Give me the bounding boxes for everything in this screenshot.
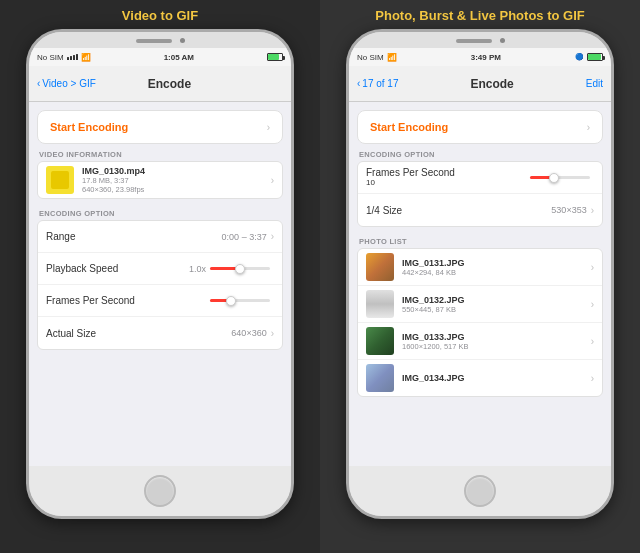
photo-thumbnail-3 <box>366 327 394 355</box>
fps-row-left[interactable]: Frames Per Second <box>38 285 282 317</box>
battery-icon <box>267 53 283 61</box>
range-value: 0:00 – 3:37 <box>222 232 267 242</box>
range-row[interactable]: Range 0:00 – 3:37 › <box>38 221 282 253</box>
phone-speaker <box>136 39 172 43</box>
size-label-left: Actual Size <box>46 328 231 339</box>
range-label: Range <box>46 231 222 242</box>
signal-bars <box>67 54 78 60</box>
left-panel: Video to GIF No SIM 📶 1:05 AM <box>0 0 320 553</box>
right-phone: No SIM 📶 3:49 PM 🔵 ‹ 17 of 17 Encode Edi… <box>346 29 614 519</box>
chevron-right-icon: › <box>591 373 594 384</box>
encode-button-left[interactable]: Start Encoding › <box>37 110 283 144</box>
fps-slider-left[interactable] <box>210 299 270 302</box>
phone-camera-right <box>500 38 505 43</box>
right-panel: Photo, Burst & Live Photos to GIF No SIM… <box>320 0 640 553</box>
photo-thumbnail-2 <box>366 290 394 318</box>
nav-title-right: Encode <box>470 77 513 91</box>
chevron-right-icon: › <box>271 175 274 186</box>
photo-list: IMG_0131.JPG 442×294, 84 KB › IMG_0132.J… <box>357 248 603 397</box>
video-size: 17.8 MB, 3:37 <box>82 176 271 185</box>
size-value-right: 530×353 <box>551 205 586 215</box>
chevron-right-icon: › <box>267 122 270 133</box>
status-bar: No SIM 📶 1:05 AM <box>29 48 291 66</box>
phone-content-left: Start Encoding › VIDEO INFORMATION IMG_0… <box>29 102 291 466</box>
photo-meta-2: 550×445, 87 KB <box>402 305 591 314</box>
video-section-label: VIDEO INFORMATION <box>29 144 291 161</box>
size-row-left[interactable]: Actual Size 640×360 › <box>38 317 282 349</box>
chevron-right-icon: › <box>591 299 594 310</box>
chevron-right-icon: › <box>587 122 590 133</box>
home-button-right[interactable] <box>464 475 496 507</box>
nav-back-left[interactable]: ‹ Video > GIF <box>37 78 96 89</box>
fps-slider-right[interactable] <box>530 176 590 179</box>
encode-button-right[interactable]: Start Encoding › <box>357 110 603 144</box>
nav-title-left: Encode <box>148 77 191 91</box>
left-panel-title: Video to GIF <box>122 8 198 23</box>
video-info-group: IMG_0130.mp4 17.8 MB, 3:37 640×360, 23.9… <box>37 161 283 199</box>
phone-content-right: Start Encoding › ENCODING OPTION Frames … <box>349 102 611 466</box>
time-label: 1:05 AM <box>164 53 194 62</box>
left-phone: No SIM 📶 1:05 AM ‹ Video > GIF <box>26 29 294 519</box>
nav-back-right[interactable]: ‹ 17 of 17 <box>357 78 399 89</box>
photo-filename-2: IMG_0132.JPG <box>402 295 591 305</box>
time-label-right: 3:49 PM <box>471 53 501 62</box>
video-info-row[interactable]: IMG_0130.mp4 17.8 MB, 3:37 640×360, 23.9… <box>38 162 282 198</box>
chevron-right-icon: › <box>591 205 594 216</box>
photo-section-label: PHOTO LIST <box>349 231 611 248</box>
nav-bar-left: ‹ Video > GIF Encode <box>29 66 291 102</box>
playback-speed-value: 1.0x <box>189 264 206 274</box>
playback-speed-label: Playback Speed <box>46 263 189 274</box>
chevron-right-icon: › <box>271 328 274 339</box>
phone-top-bar <box>29 32 291 48</box>
size-label-right: 1/4 Size <box>366 205 551 216</box>
fps-row-right[interactable]: Frames Per Second 10 <box>358 162 602 194</box>
list-item[interactable]: IMG_0133.JPG 1600×1200, 517 KB › <box>358 323 602 360</box>
status-bar-right: No SIM 📶 3:49 PM 🔵 <box>349 48 611 66</box>
photo-filename-3: IMG_0133.JPG <box>402 332 591 342</box>
nav-bar-right: ‹ 17 of 17 Encode Edit <box>349 66 611 102</box>
size-value-left: 640×360 <box>231 328 266 338</box>
photo-meta-1: 442×294, 84 KB <box>402 268 591 277</box>
chevron-right-icon: › <box>591 262 594 273</box>
encoding-options-right: Frames Per Second 10 1/4 Size 530×353 › <box>357 161 603 227</box>
carrier-label-right: No SIM <box>357 53 384 62</box>
phone-top-bar-right <box>349 32 611 48</box>
playback-speed-slider[interactable] <box>210 267 270 270</box>
encoding-options-left: Range 0:00 – 3:37 › Playback Speed 1.0x … <box>37 220 283 350</box>
phone-camera <box>180 38 185 43</box>
size-row-right[interactable]: 1/4 Size 530×353 › <box>358 194 602 226</box>
fps-label-left: Frames Per Second <box>46 295 210 306</box>
list-item[interactable]: IMG_0134.JPG › <box>358 360 602 396</box>
right-panel-title: Photo, Burst & Live Photos to GIF <box>375 8 584 23</box>
chevron-right-icon: › <box>271 231 274 242</box>
photo-meta-3: 1600×1200, 517 KB <box>402 342 591 351</box>
playback-speed-row[interactable]: Playback Speed 1.0x <box>38 253 282 285</box>
photo-thumbnail-1 <box>366 253 394 281</box>
battery-icon-right <box>587 53 603 61</box>
fps-value-right: 10 <box>366 178 530 187</box>
photo-filename-1: IMG_0131.JPG <box>402 258 591 268</box>
list-item[interactable]: IMG_0132.JPG 550×445, 87 KB › <box>358 286 602 323</box>
fps-label-right: Frames Per Second <box>366 167 530 178</box>
encoding-section-label-right: ENCODING OPTION <box>349 144 611 161</box>
phone-bottom-left <box>29 466 291 516</box>
phone-bottom-right <box>349 466 611 516</box>
carrier-label: No SIM <box>37 53 64 62</box>
encoding-section-label-left: ENCODING OPTION <box>29 203 291 220</box>
edit-button[interactable]: Edit <box>586 78 603 89</box>
video-dims: 640×360, 23.98fps <box>82 185 271 194</box>
phone-speaker-right <box>456 39 492 43</box>
home-button-left[interactable] <box>144 475 176 507</box>
video-thumbnail <box>46 166 74 194</box>
chevron-right-icon: › <box>591 336 594 347</box>
photo-filename-4: IMG_0134.JPG <box>402 373 591 383</box>
list-item[interactable]: IMG_0131.JPG 442×294, 84 KB › <box>358 249 602 286</box>
photo-thumbnail-4 <box>366 364 394 392</box>
video-filename: IMG_0130.mp4 <box>82 166 271 176</box>
